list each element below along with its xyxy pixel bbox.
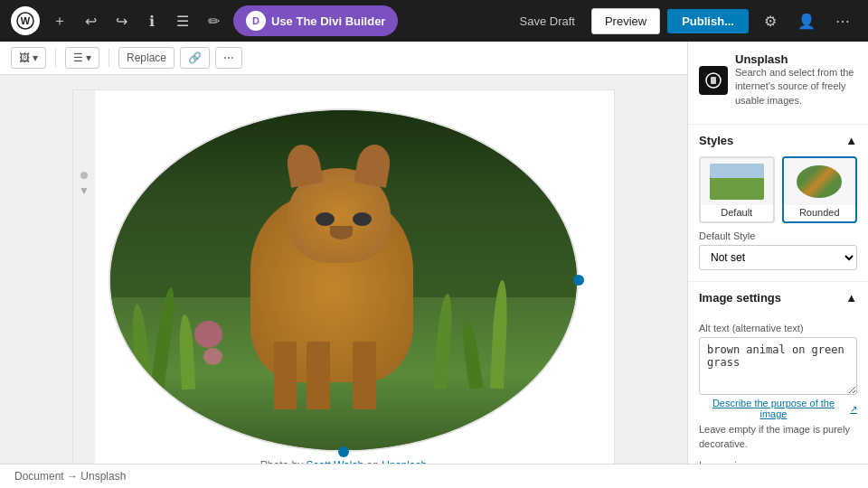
panel-logo-row: Unsplash Search and select from the inte…: [699, 52, 857, 108]
bottom-bar: Document → Unsplash: [0, 464, 868, 488]
publish-btn[interactable]: Publish...: [667, 9, 749, 33]
alt-helper-text: Leave empty if the image is purely decor…: [699, 423, 857, 451]
external-link-icon: ↗: [850, 404, 857, 414]
more-options-btn[interactable]: ⋯: [828, 6, 857, 35]
canvas-wrapper: ▼: [0, 75, 687, 464]
image-settings-content: Alt text (alternative text) Describe the…: [688, 323, 868, 464]
align-icon: ☰: [73, 52, 83, 64]
image-settings-title: Image settings: [699, 291, 781, 305]
panel-logo: [699, 66, 728, 95]
resize-handle-bottom[interactable]: [338, 446, 349, 457]
fox-image: [110, 110, 577, 450]
style-thumb-rounded: [784, 158, 856, 205]
style-default-label: Default: [701, 207, 773, 218]
styles-section: Styles ▲ Default: [688, 125, 868, 282]
style-rounded-label: Rounded: [784, 207, 856, 218]
image-container: [108, 108, 579, 452]
panel-description: Search and select from the internet's so…: [735, 66, 857, 108]
wp-logo: W: [11, 6, 40, 35]
panel-title: Unsplash: [735, 52, 857, 66]
top-bar: W ＋ ↩ ↪ ℹ ☰ ✏ D Use The Divi Builder Sav…: [0, 0, 868, 42]
image-caption: Photo by Scott Walsh on Unsplash: [260, 459, 427, 464]
default-style-label: Default Style: [699, 230, 857, 241]
style-options-group: Default Rounded: [699, 156, 857, 223]
rounded-thumb-art: [797, 165, 842, 198]
right-panel: Unsplash Search and select from the inte…: [687, 42, 868, 464]
link-btn-toolbar[interactable]: 🔗: [180, 47, 210, 69]
sidebar-arrow-down[interactable]: ▼: [79, 184, 90, 197]
main-content: 🖼▾ ☰▾ Replace 🔗 ⋯ ▼: [0, 42, 868, 464]
replace-btn[interactable]: Replace: [118, 47, 175, 69]
default-style-select[interactable]: Not set: [699, 245, 857, 270]
undo-btn[interactable]: ↩: [78, 8, 103, 33]
toolbar-separator-2: [108, 49, 109, 67]
alt-text-field[interactable]: [699, 337, 857, 395]
style-option-rounded[interactable]: Rounded: [782, 156, 858, 223]
image-type-btn[interactable]: 🖼▾: [11, 47, 46, 69]
image-block: Photo by Scott Walsh on Unsplash: [91, 108, 596, 464]
more-toolbar-btn[interactable]: ⋯: [215, 47, 242, 69]
styles-section-content: Default Rounded Default Style Not set: [688, 156, 868, 281]
styles-collapse-icon: ▲: [845, 134, 857, 147]
redo-btn[interactable]: ↪: [108, 8, 134, 33]
add-block-btn[interactable]: ＋: [47, 8, 72, 33]
resize-handle-right[interactable]: [573, 275, 584, 286]
source-link[interactable]: Unsplash: [382, 459, 427, 464]
link-icon: 🔗: [188, 52, 202, 64]
divi-avatar: D: [246, 11, 266, 31]
canvas-inner: ▼: [72, 89, 615, 464]
list-view-btn[interactable]: ☰: [170, 8, 195, 33]
svg-rect-3: [711, 77, 716, 84]
breadcrumb: Document → Unsplash: [14, 470, 126, 483]
top-bar-actions: ＋ ↩ ↪ ℹ ☰ ✏: [47, 8, 226, 33]
left-sidebar: ▼: [73, 90, 95, 464]
divi-builder-btn[interactable]: D Use The Divi Builder: [233, 5, 398, 36]
image-oval: [108, 108, 579, 452]
tools-btn[interactable]: ✏: [201, 8, 226, 33]
svg-text:W: W: [21, 15, 31, 26]
rounded-fox-art: [797, 165, 842, 198]
settings-btn[interactable]: ⚙: [756, 6, 785, 35]
author-link[interactable]: Scott Walsh: [307, 459, 364, 464]
style-thumb-default: [701, 158, 773, 205]
user-btn[interactable]: 👤: [792, 6, 821, 35]
default-thumb-art: [710, 164, 764, 200]
style-option-default[interactable]: Default: [699, 156, 775, 223]
default-landscape-art: [710, 164, 764, 200]
image-settings-header[interactable]: Image settings ▲: [688, 282, 868, 314]
styles-section-header[interactable]: Styles ▲: [688, 125, 868, 156]
image-purpose-link[interactable]: Describe the purpose of the image ↗: [699, 398, 857, 419]
info-btn[interactable]: ℹ: [139, 8, 165, 33]
image-settings-section: Image settings ▲ Alt text (alternative t…: [688, 282, 868, 464]
align-btn[interactable]: ☰▾: [65, 47, 99, 69]
alt-text-label: Alt text (alternative text): [699, 323, 857, 333]
editor-area: 🖼▾ ☰▾ Replace 🔗 ⋯ ▼: [0, 42, 687, 464]
save-draft-btn[interactable]: Save Draft: [511, 9, 584, 33]
styles-title: Styles: [699, 134, 733, 147]
image-icon: 🖼: [19, 52, 30, 64]
image-settings-collapse-icon: ▲: [845, 291, 857, 305]
link-text: Describe the purpose of the image: [699, 398, 848, 419]
toolbar-separator-1: [55, 49, 56, 67]
sidebar-indicator: [80, 172, 88, 179]
preview-btn[interactable]: Preview: [591, 8, 660, 34]
block-toolbar: 🖼▾ ☰▾ Replace 🔗 ⋯: [0, 42, 687, 75]
panel-header: Unsplash Search and select from the inte…: [688, 42, 868, 125]
